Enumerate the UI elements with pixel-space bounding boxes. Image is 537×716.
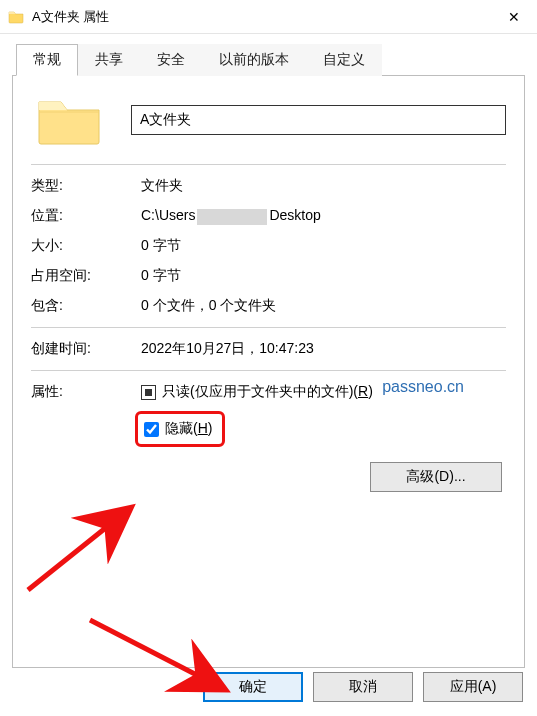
checkbox-hidden[interactable]: 隐藏(H) <box>144 420 212 438</box>
tab-security[interactable]: 安全 <box>140 44 202 76</box>
tab-panel-general: 类型: 文件夹 位置: C:\UsersDesktop 大小: 0 字节 占用空… <box>12 76 525 668</box>
ok-button[interactable]: 确定 <box>203 672 303 702</box>
checkbox-readonly[interactable]: 只读(仅应用于文件夹中的文件)(R) <box>141 383 506 401</box>
row-location: 位置: C:\UsersDesktop <box>31 207 506 225</box>
dialog-buttons: 确定 取消 应用(A) <box>203 672 523 702</box>
checkbox-readonly-label: 只读(仅应用于文件夹中的文件)(R) <box>162 383 373 401</box>
tab-general-label: 常规 <box>33 51 61 67</box>
tab-previous-versions[interactable]: 以前的版本 <box>202 44 306 76</box>
label-attributes: 属性: <box>31 383 141 447</box>
label-size: 大小: <box>31 237 141 255</box>
label-contains: 包含: <box>31 297 141 315</box>
row-size-on-disk: 占用空间: 0 字节 <box>31 267 506 285</box>
tab-share[interactable]: 共享 <box>78 44 140 76</box>
value-location-suffix: Desktop <box>269 207 320 223</box>
tab-share-label: 共享 <box>95 51 123 67</box>
row-created: 创建时间: 2022年10月27日，10:47:23 <box>31 340 506 358</box>
checkbox-hidden-input[interactable] <box>144 422 159 437</box>
row-attributes: 属性: 只读(仅应用于文件夹中的文件)(R) 隐藏( <box>31 383 506 447</box>
ok-label: 确定 <box>239 678 267 694</box>
close-button[interactable]: ✕ <box>491 0 537 34</box>
tab-strip: 常规 共享 安全 以前的版本 自定义 <box>12 44 525 76</box>
label-created: 创建时间: <box>31 340 141 358</box>
tab-prev-label: 以前的版本 <box>219 51 289 67</box>
tab-custom-label: 自定义 <box>323 51 365 67</box>
annotation-highlight-hidden: 隐藏(H) <box>135 411 225 447</box>
row-type: 类型: 文件夹 <box>31 177 506 195</box>
readonly-indeterminate-icon <box>145 389 152 396</box>
value-type: 文件夹 <box>141 177 183 195</box>
advanced-button[interactable]: 高级(D)... <box>370 462 502 492</box>
value-created: 2022年10月27日，10:47:23 <box>141 340 314 358</box>
label-type: 类型: <box>31 177 141 195</box>
value-location-prefix: C:\Users <box>141 207 195 223</box>
value-size: 0 字节 <box>141 237 181 255</box>
row-contains: 包含: 0 个文件，0 个文件夹 <box>31 297 506 315</box>
label-location: 位置: <box>31 207 141 225</box>
cancel-button[interactable]: 取消 <box>313 672 413 702</box>
separator <box>31 327 506 328</box>
checkbox-hidden-label: 隐藏(H) <box>165 420 212 438</box>
folder-large-icon <box>37 94 101 146</box>
dialog-body: 常规 共享 安全 以前的版本 自定义 类型: 文件夹 位置: C:\User <box>0 34 537 668</box>
redacted-segment <box>197 209 267 225</box>
value-contains: 0 个文件，0 个文件夹 <box>141 297 276 315</box>
tab-security-label: 安全 <box>157 51 185 67</box>
folder-name-input[interactable] <box>131 105 506 135</box>
row-size: 大小: 0 字节 <box>31 237 506 255</box>
value-location: C:\UsersDesktop <box>141 207 321 224</box>
separator <box>31 370 506 371</box>
window-title: A文件夹 属性 <box>32 8 109 26</box>
separator <box>31 164 506 165</box>
apply-button[interactable]: 应用(A) <box>423 672 523 702</box>
label-size-on-disk: 占用空间: <box>31 267 141 285</box>
tab-general[interactable]: 常规 <box>16 44 78 76</box>
cancel-label: 取消 <box>349 678 377 694</box>
folder-icon <box>8 9 24 25</box>
titlebar: A文件夹 属性 ✕ <box>0 0 537 34</box>
close-icon: ✕ <box>508 9 520 25</box>
value-size-on-disk: 0 字节 <box>141 267 181 285</box>
tab-customize[interactable]: 自定义 <box>306 44 382 76</box>
